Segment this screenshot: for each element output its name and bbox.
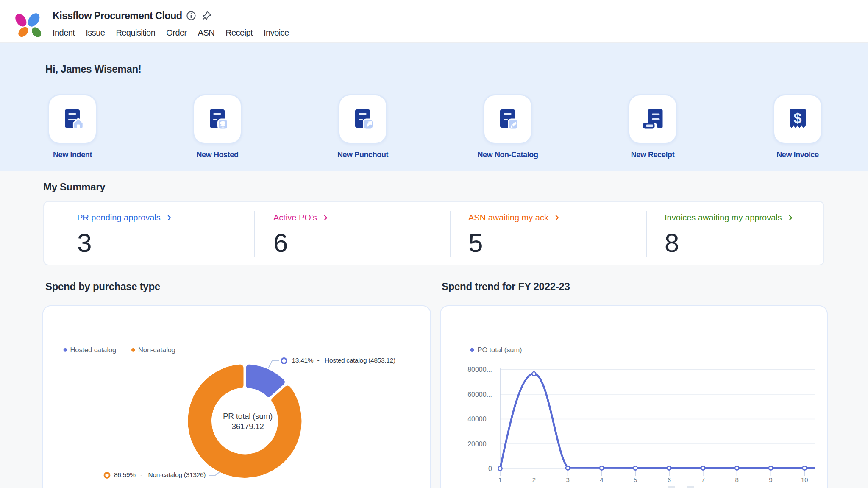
svg-text:8: 8 [735,476,738,483]
svg-text:5: 5 [634,476,637,483]
svg-text:60000...: 60000... [467,391,492,398]
svg-text:20000...: 20000... [467,441,492,448]
svg-text:36179.12: 36179.12 [231,422,264,431]
svg-text:$: $ [794,110,802,126]
svg-text:40000...: 40000... [467,415,492,423]
svg-text:Non-catalog: Non-catalog [138,346,175,354]
svg-text:4: 4 [600,476,603,483]
svg-text:-: - [140,471,142,478]
svg-text:13.41%: 13.41% [292,357,314,364]
svg-text:PO total (sum): PO total (sum) [478,346,522,354]
svg-text:-: - [317,357,320,364]
svg-text:86.59%: 86.59% [114,471,136,478]
svg-text:Hosted catalog: Hosted catalog [70,346,117,354]
svg-text:0: 0 [488,465,492,472]
svg-text:6: 6 [668,476,671,483]
svg-text:Non-catalog (31326): Non-catalog (31326) [148,471,206,478]
svg-text:2: 2 [532,476,536,483]
svg-text:PR total (sum): PR total (sum) [223,412,273,421]
svg-text:80000...: 80000... [467,366,492,373]
svg-text:Hosted catalog (4853.12): Hosted catalog (4853.12) [325,357,395,364]
svg-text:7: 7 [701,476,705,483]
svg-text:9: 9 [769,476,772,483]
svg-text:3: 3 [566,476,569,483]
svg-text:1: 1 [498,476,502,483]
svg-text:10: 10 [801,476,808,483]
